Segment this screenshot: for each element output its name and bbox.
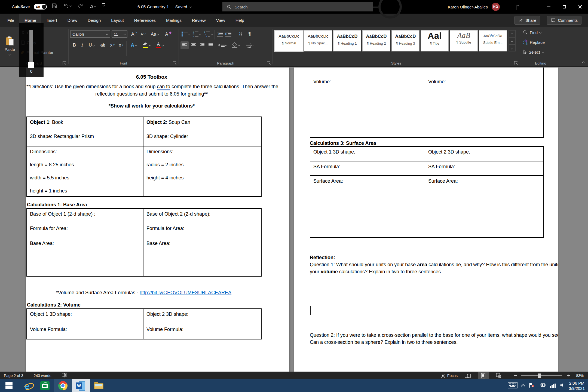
justify-button[interactable] [207, 41, 215, 49]
align-left-button[interactable] [180, 41, 189, 49]
document-title[interactable]: 6.05 Geometry 1 - Saved [137, 0, 191, 14]
styles-scroll-down-button[interactable] [509, 37, 516, 44]
multilevel-list-button[interactable]: 1 a i [203, 30, 210, 38]
underline-button[interactable]: U [86, 41, 97, 49]
formulas-link[interactable]: http://bit.ly/GEOVOLUMESURFACEAREA [140, 290, 231, 295]
tab-references[interactable]: References [129, 14, 161, 27]
bold-button[interactable]: B [71, 41, 78, 49]
minimize-button[interactable] [541, 0, 556, 14]
grow-font-button[interactable]: A [130, 30, 138, 38]
style-heading-3[interactable]: AaBbCcD ¶ Heading 3 [391, 30, 419, 51]
taskbar-chrome[interactable] [54, 379, 72, 392]
replace-button[interactable]: b c Replace [523, 40, 545, 45]
tab-mailings[interactable]: Mailings [161, 14, 187, 27]
taskbar-word[interactable]: W [72, 379, 90, 392]
save-button[interactable] [52, 3, 57, 8]
subscript-button[interactable]: x2 [108, 41, 117, 49]
document-page-3[interactable]: Volume: Volume: Calculations 3: Surface … [294, 68, 558, 372]
text-effects-button[interactable]: A [128, 41, 139, 49]
web-layout-button[interactable] [493, 372, 504, 379]
paste-button[interactable]: Paste [2, 29, 18, 62]
close-button[interactable] [572, 0, 588, 14]
tab-view[interactable]: View [211, 14, 230, 27]
page-indicator[interactable]: Page 2 of 3 [4, 373, 23, 378]
show-paragraph-marks-button[interactable]: ¶ [246, 30, 253, 38]
style-heading-1[interactable]: AaBbCcD ¶ Heading 1 [333, 30, 361, 51]
volume-slider-track[interactable] [29, 30, 33, 62]
zoom-level[interactable]: 83% [576, 373, 584, 378]
find-button[interactable]: Find [523, 30, 541, 35]
show-hidden-icons-button[interactable] [521, 384, 525, 388]
styles-dialog-launcher[interactable] [514, 61, 517, 65]
select-button[interactable]: Select [523, 50, 543, 54]
style-normal[interactable]: AaBbCcDc ¶ Normal [275, 30, 303, 51]
ribbon-display-options-button[interactable] [516, 5, 516, 10]
tab-review[interactable]: Review [187, 14, 211, 27]
start-button[interactable] [0, 379, 18, 392]
power-battery-icon[interactable] [539, 382, 546, 389]
volume-slider-thumb[interactable] [28, 62, 34, 68]
customize-quick-access-toolbar-button[interactable] [102, 3, 105, 6]
decrease-indent-button[interactable] [216, 30, 223, 38]
font-name-select[interactable]: Calibri [70, 30, 110, 38]
tab-help[interactable]: Help [230, 14, 249, 27]
shading-button[interactable] [230, 41, 241, 49]
tab-file[interactable]: File [2, 14, 19, 27]
style-title[interactable]: Aal ¶ Title [421, 30, 449, 51]
font-dialog-launcher[interactable] [173, 61, 176, 65]
tab-insert[interactable]: Insert [41, 14, 62, 27]
chevron-down-icon[interactable] [211, 33, 213, 35]
clipboard-dialog-launcher[interactable] [63, 61, 66, 65]
zoom-slider[interactable] [521, 375, 562, 376]
style-heading-2[interactable]: AaBbCcD ¶ Heading 2 [362, 30, 390, 51]
search-input[interactable]: Search [222, 2, 373, 11]
action-center-button[interactable] [529, 382, 535, 389]
taskbar-microsoft-store[interactable] [36, 379, 54, 392]
styles-scroll-up-button[interactable] [509, 30, 516, 37]
zoom-slider-thumb[interactable] [538, 373, 541, 378]
proofing-errors-button[interactable] [62, 373, 68, 379]
style-no-spacing[interactable]: AaBbCcDc ¶ No Spac... [304, 30, 332, 51]
taskbar-clock[interactable]: 2:06 PM 3/9/2021 [569, 381, 585, 391]
increase-indent-button[interactable] [225, 30, 232, 38]
tab-design[interactable]: Design [82, 14, 106, 27]
tab-layout[interactable]: Layout [106, 14, 129, 27]
zoom-in-button[interactable] [567, 374, 570, 377]
network-signal-icon[interactable] [550, 384, 556, 388]
restore-button[interactable] [556, 0, 572, 14]
chevron-down-icon[interactable] [199, 33, 201, 35]
account-area[interactable]: Karen Olinger-Aballes KO [448, 0, 500, 14]
taskbar-internet-explorer[interactable]: e [18, 379, 36, 392]
taskbar-file-explorer[interactable] [90, 379, 108, 392]
undo-button[interactable] [63, 3, 71, 8]
style-subtitle[interactable]: AaB ¶ Subtitle [450, 30, 478, 51]
chevron-down-icon[interactable] [188, 33, 191, 35]
document-page-2[interactable]: 6.05 Toolbox **Directions: Use the given… [26, 68, 289, 372]
volume-icon[interactable] [560, 382, 565, 389]
paragraph-dialog-launcher[interactable] [267, 61, 270, 65]
touch-keyboard-button[interactable] [508, 382, 517, 390]
clear-formatting-button[interactable]: A [163, 30, 174, 38]
zoom-out-button[interactable] [514, 375, 517, 376]
read-mode-button[interactable] [462, 372, 473, 379]
align-right-button[interactable] [198, 41, 206, 49]
change-case-button[interactable]: Aa [149, 30, 161, 38]
styles-gallery-more-button[interactable] [509, 44, 516, 51]
word-count[interactable]: 243 words [34, 373, 51, 378]
superscript-button[interactable]: x2 [117, 41, 125, 49]
style-subtle-emphasis[interactable]: AaBbCcDa Subtle Em... [479, 30, 507, 51]
share-button[interactable]: Share [514, 16, 540, 25]
borders-button[interactable] [244, 41, 255, 49]
sort-button[interactable]: AZ [236, 30, 244, 38]
comments-button[interactable]: Comments [547, 16, 581, 25]
collapse-ribbon-button[interactable] [582, 62, 585, 64]
shrink-font-button[interactable]: A [139, 30, 147, 38]
touch-mouse-mode-button[interactable] [89, 3, 96, 8]
tab-draw[interactable]: Draw [62, 14, 82, 27]
bullets-button[interactable] [181, 30, 188, 38]
italic-button[interactable]: I [79, 41, 85, 49]
focus-mode-button[interactable]: Focus [440, 373, 458, 378]
strikethrough-button[interactable]: ab [99, 41, 107, 49]
print-layout-button[interactable] [478, 372, 489, 379]
text-highlight-button[interactable] [140, 41, 152, 49]
